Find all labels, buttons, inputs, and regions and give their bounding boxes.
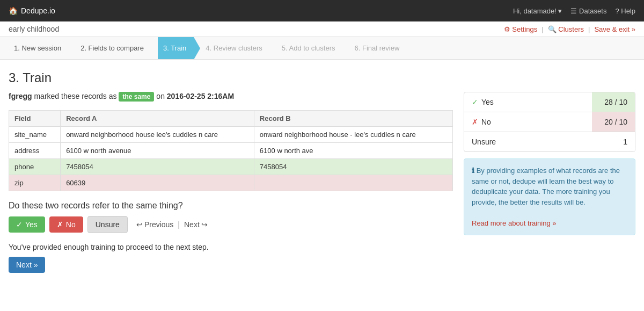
unsure-button[interactable]: Unsure — [87, 216, 128, 233]
field-site-name: site_name — [9, 127, 61, 143]
table-body: site_name onward neighborhood house lee'… — [9, 127, 453, 191]
record-a-phone: 7458054 — [61, 159, 254, 175]
topnav-right: Hi, datamade! ▾ ☰ Datasets ? Help — [513, 7, 635, 15]
info-box: ℹ By providing examples of what records … — [464, 158, 635, 235]
topnav: 🏠 Dedupe.io Hi, datamade! ▾ ☰ Datasets ?… — [0, 0, 644, 21]
arrow-left-icon: ↩ — [136, 220, 143, 229]
records-table: Field Record A Record B site_name onward… — [9, 110, 453, 191]
step-final-review-label: 6. Final review — [349, 37, 407, 60]
content-row: fgregg marked these records as the same … — [9, 92, 635, 273]
record-b-phone: 7458054 — [254, 159, 452, 175]
sep1: | — [541, 25, 543, 33]
subheader-actions: ⚙ Settings | 🔍 Clusters | Save & exit » — [504, 25, 635, 33]
step-fields-to-compare[interactable]: 2. Fields to compare — [75, 37, 158, 60]
question-text: Do these two records refer to the same t… — [9, 201, 453, 211]
step-arrow-4 — [270, 37, 276, 60]
marked-action: marked these records as — [34, 92, 116, 100]
table-row: site_name onward neighborhood house lee'… — [9, 127, 453, 143]
step-arrow-3 — [194, 37, 200, 60]
page-title: 3. Train — [9, 70, 635, 85]
stats-no-value: 20 / 10 — [592, 112, 635, 132]
save-exit-link[interactable]: Save & exit » — [594, 25, 635, 33]
step-review-clusters-label: 4. Review clusters — [200, 37, 269, 60]
record-a-address: 6100 w north avenue — [61, 143, 254, 159]
read-more-link[interactable]: Read more about training » — [472, 219, 557, 227]
record-b-zip — [254, 175, 452, 191]
proceed-text: You've provided enough training to proce… — [9, 243, 453, 251]
next-button[interactable]: Next ↪ — [184, 220, 208, 229]
step-arrow-5 — [343, 37, 349, 60]
link-sep: | — [178, 220, 180, 229]
x-icon-no: ✗ — [472, 118, 478, 126]
brand-icon: 🏠 — [9, 6, 18, 15]
action-row: ✓ Yes ✗ No Unsure ↩ Previous | — [9, 216, 453, 233]
step-train-label: 3. Train — [158, 37, 194, 60]
marked-by: fgregg — [9, 92, 32, 100]
user-menu[interactable]: Hi, datamade! ▾ — [513, 7, 562, 15]
settings-link[interactable]: ⚙ Settings — [504, 25, 538, 33]
check-icon: ✓ — [16, 220, 23, 229]
stats-unsure-row: Unsure 1 — [464, 132, 635, 151]
field-address: address — [9, 143, 61, 159]
left-col: fgregg marked these records as the same … — [9, 92, 453, 273]
col-record-b: Record B — [254, 111, 452, 127]
stats-box: ✓ Yes 28 / 10 ✗ No 20 / 10 Unsure — [464, 92, 635, 152]
stats-no-row: ✗ No 20 / 10 — [464, 112, 635, 132]
table-header: Field Record A Record B — [9, 111, 453, 127]
brand-name: Dedupe.io — [21, 6, 55, 15]
step-review-clusters[interactable]: 4. Review clusters — [200, 37, 276, 60]
field-zip: zip — [9, 175, 61, 191]
stats-no-label: ✗ No — [464, 112, 592, 132]
session-title: early childhood — [9, 25, 59, 33]
stats-yes-row: ✓ Yes 28 / 10 — [464, 92, 635, 112]
table-row: zip 60639 — [9, 175, 453, 191]
marked-info: fgregg marked these records as the same … — [9, 92, 453, 102]
steps-bar: 1. New session 2. Fields to compare 3. T… — [0, 37, 644, 60]
no-button[interactable]: ✗ No — [49, 216, 83, 233]
help-link[interactable]: ? Help — [615, 7, 635, 15]
brand[interactable]: 🏠 Dedupe.io — [9, 6, 55, 15]
table-header-row: Field Record A Record B — [9, 111, 453, 127]
clusters-link[interactable]: 🔍 Clusters — [548, 25, 584, 33]
subheader: early childhood ⚙ Settings | 🔍 Clusters … — [0, 21, 644, 37]
stats-unsure-value: 1 — [592, 132, 635, 151]
stats-yes-label: ✓ Yes — [464, 92, 592, 112]
info-text: By providing examples of what records ar… — [472, 167, 620, 206]
step-new-session[interactable]: 1. New session — [9, 37, 75, 60]
step-arrow-2 — [151, 37, 158, 60]
step-add-to-clusters[interactable]: 5. Add to clusters — [276, 37, 349, 60]
main-content: 3. Train fgregg marked these records as … — [0, 60, 644, 284]
record-a-zip: 60639 — [61, 175, 254, 191]
record-b-site-name: onward neighborhood house - lee's cuddle… — [254, 127, 452, 143]
previous-button[interactable]: ↩ Previous — [136, 220, 173, 229]
right-col: ✓ Yes 28 / 10 ✗ No 20 / 10 Unsure — [464, 92, 635, 235]
step-train[interactable]: 3. Train — [158, 37, 200, 60]
col-field: Field — [9, 111, 61, 127]
step-fields-label: 2. Fields to compare — [75, 37, 151, 60]
datasets-link[interactable]: ☰ Datasets — [570, 7, 606, 15]
table-row: phone 7458054 7458054 — [9, 159, 453, 175]
step-new-session-label: 1. New session — [9, 37, 69, 60]
check-icon-yes: ✓ — [472, 98, 478, 106]
yes-button[interactable]: ✓ Yes — [9, 216, 45, 233]
stats-unsure-label: Unsure — [464, 132, 592, 151]
x-icon: ✗ — [57, 220, 63, 229]
step-final-review[interactable]: 6. Final review — [349, 37, 407, 60]
arrow-right-icon: ↪ — [201, 220, 208, 229]
badge-same: the same — [119, 92, 154, 102]
record-b-address: 6100 w north ave — [254, 143, 452, 159]
marked-date: 2016-02-25 2:16AM — [167, 92, 234, 100]
col-record-a: Record A — [61, 111, 254, 127]
sep2: | — [588, 25, 590, 33]
record-a-site-name: onward neighborhood house lee's cuddles … — [61, 127, 254, 143]
marked-on: on — [156, 92, 166, 100]
info-icon: ℹ — [472, 167, 477, 175]
step-arrow-1 — [69, 37, 75, 60]
next-page-button[interactable]: Next » — [9, 257, 45, 273]
stats-yes-value: 28 / 10 — [592, 92, 635, 112]
field-phone: phone — [9, 159, 61, 175]
nav-links: ↩ Previous | Next ↪ — [136, 220, 208, 229]
table-row: address 6100 w north avenue 6100 w north… — [9, 143, 453, 159]
step-add-to-clusters-label: 5. Add to clusters — [276, 37, 343, 60]
